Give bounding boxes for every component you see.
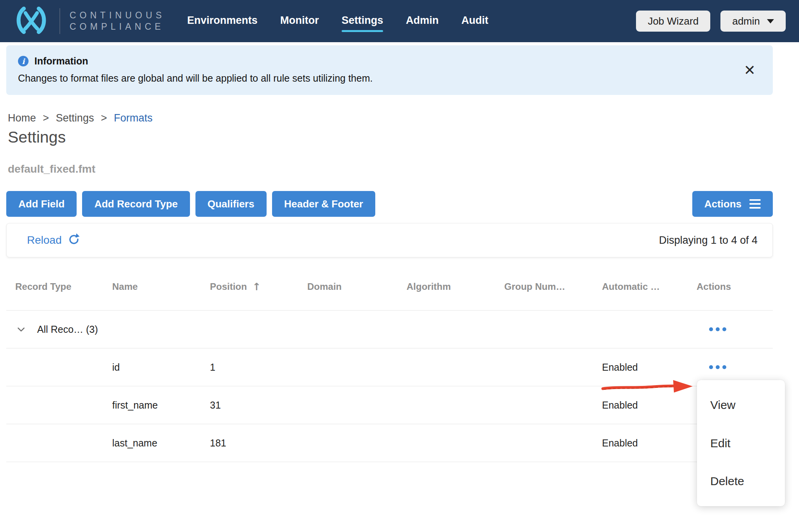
close-icon[interactable]: ✕: [744, 63, 756, 77]
navbar-divider: [59, 8, 60, 34]
info-banner: i Information Changes to format files ar…: [6, 45, 773, 95]
user-menu-label: admin: [732, 15, 760, 27]
cell-automatic: Enabled: [602, 400, 697, 411]
list-controls-card: Reload Displaying 1 to 4 of 4: [6, 223, 773, 257]
format-file-name: default_fixed.fmt: [6, 163, 773, 175]
row-context-menu: View Edit Delete: [697, 380, 785, 506]
cell-automatic: Enabled: [602, 437, 697, 449]
navbar-right: Job Wizard admin: [636, 11, 786, 32]
table-row-group: All Reco… (3): [6, 311, 773, 348]
logo-x-icon: [12, 7, 51, 36]
column-header-group-number[interactable]: Group Num…: [504, 281, 602, 292]
brand-name: CONTINUOUS COMPLIANCE: [70, 10, 165, 32]
page-title: Settings: [6, 128, 773, 146]
hamburger-icon: [749, 199, 761, 209]
column-header-position-label: Position: [210, 281, 247, 292]
reload-icon: [68, 233, 80, 248]
header-footer-button[interactable]: Header & Footer: [272, 191, 375, 217]
displaying-count: Displaying 1 to 4 of 4: [659, 234, 758, 246]
brand-logo[interactable]: [12, 7, 51, 36]
add-record-type-button[interactable]: Add Record Type: [82, 191, 190, 217]
nav-item-monitor[interactable]: Monitor: [280, 11, 319, 32]
brand-line1: CONTINUOUS: [70, 10, 165, 21]
cell-position: 181: [210, 437, 307, 449]
job-wizard-label: Job Wizard: [648, 15, 699, 27]
reload-label: Reload: [27, 234, 62, 246]
nav-item-environments[interactable]: Environments: [187, 11, 258, 32]
column-header-position[interactable]: Position ↑: [210, 281, 307, 293]
table-row-last-name: last_name 181 Enabled: [6, 424, 773, 462]
table-row-id: id 1 Enabled: [6, 348, 773, 386]
qualifiers-button[interactable]: Qualifiers: [195, 191, 267, 217]
cell-position: 31: [210, 400, 307, 411]
nav-item-settings[interactable]: Settings: [342, 11, 383, 32]
table-row-first-name: first_name 31 Enabled: [6, 386, 773, 424]
actions-button[interactable]: Actions: [692, 191, 773, 217]
add-field-button[interactable]: Add Field: [6, 191, 77, 217]
job-wizard-button[interactable]: Job Wizard: [636, 11, 710, 32]
cell-automatic: Enabled: [602, 362, 697, 373]
breadcrumb-separator: >: [101, 112, 107, 124]
breadcrumb-separator: >: [43, 112, 49, 124]
toolbar: Add Field Add Record Type Qualifiers Hea…: [6, 191, 773, 217]
menu-item-view[interactable]: View: [697, 388, 785, 422]
column-header-algorithm[interactable]: Algorithm: [407, 281, 504, 292]
info-icon: i: [18, 56, 29, 66]
menu-item-edit[interactable]: Edit: [697, 426, 785, 461]
column-header-domain[interactable]: Domain: [307, 281, 407, 292]
breadcrumb-settings[interactable]: Settings: [56, 112, 94, 124]
main-content: Home > Settings > Formats Settings defau…: [6, 112, 773, 462]
record-type-group-cell: All Reco… (3): [15, 323, 307, 335]
sort-ascending-icon: ↑: [253, 281, 261, 293]
reload-button[interactable]: Reload: [27, 233, 80, 248]
fields-table: Record Type Name Position ↑ Domain Algor…: [6, 263, 773, 462]
breadcrumb: Home > Settings > Formats: [6, 112, 773, 124]
app-window: CONTINUOUS COMPLIANCE Environments Monit…: [0, 0, 799, 532]
breadcrumb-formats[interactable]: Formats: [114, 112, 152, 124]
column-header-name[interactable]: Name: [112, 281, 210, 292]
column-header-actions: Actions: [697, 281, 773, 292]
chevron-down-icon[interactable]: [15, 323, 27, 335]
info-banner-message: Changes to format files are global and w…: [18, 73, 730, 84]
info-banner-header: i Information: [18, 55, 730, 67]
brand-line2: COMPLIANCE: [70, 21, 165, 32]
row-actions-menu-button[interactable]: [709, 365, 773, 369]
main-navigation: Environments Monitor Settings Admin Audi…: [187, 11, 489, 32]
cell-name: last_name: [112, 437, 210, 449]
top-navbar: CONTINUOUS COMPLIANCE Environments Monit…: [0, 0, 799, 42]
cell-name: id: [112, 362, 210, 373]
cell-name: first_name: [112, 400, 210, 411]
user-menu-button[interactable]: admin: [720, 11, 786, 32]
column-header-automatic[interactable]: Automatic …: [602, 281, 697, 292]
chevron-down-icon: [767, 19, 774, 23]
cell-position: 1: [210, 362, 307, 373]
row-actions-menu-button[interactable]: [709, 327, 773, 331]
group-label: All Reco… (3): [37, 324, 98, 335]
nav-item-admin[interactable]: Admin: [406, 11, 439, 32]
info-banner-title: Information: [34, 55, 88, 67]
breadcrumb-home[interactable]: Home: [8, 112, 36, 124]
table-header-row: Record Type Name Position ↑ Domain Algor…: [6, 263, 773, 311]
menu-item-delete[interactable]: Delete: [697, 464, 785, 498]
actions-button-label: Actions: [704, 198, 742, 210]
nav-item-audit[interactable]: Audit: [461, 11, 488, 32]
column-header-record-type[interactable]: Record Type: [15, 281, 112, 292]
